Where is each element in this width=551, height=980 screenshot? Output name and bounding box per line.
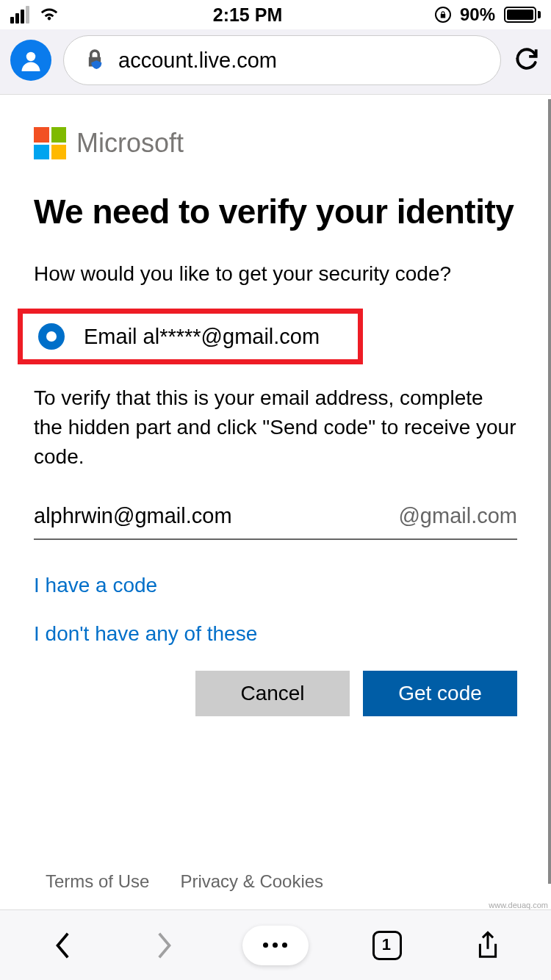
svg-point-0 — [26, 52, 36, 62]
instruction-text: To verify that this is your email addres… — [34, 383, 517, 471]
tabs-count: 1 — [382, 935, 391, 954]
url-text: account.live.com — [118, 48, 277, 73]
page-content: Microsoft We need to verify your identit… — [0, 95, 551, 909]
status-time: 2:15 PM — [213, 4, 282, 26]
microsoft-logo-icon — [34, 127, 66, 159]
email-input[interactable]: alphrwin@gmail.com @gmail.com — [34, 504, 517, 540]
site-security-icon — [84, 48, 105, 72]
menu-button[interactable] — [242, 926, 309, 965]
get-code-button[interactable]: Get code — [363, 671, 517, 716]
cellular-signal-icon — [10, 6, 29, 24]
forward-button[interactable] — [142, 923, 186, 968]
scroll-indicator — [548, 99, 551, 884]
terms-link[interactable]: Terms of Use — [46, 871, 149, 892]
no-options-link[interactable]: I don't have any of these — [34, 622, 517, 646]
microsoft-logo-text: Microsoft — [76, 128, 184, 159]
have-code-link[interactable]: I have a code — [34, 574, 517, 597]
page-heading: We need to verify your identity — [34, 192, 517, 231]
battery-percent: 90% — [460, 4, 495, 25]
status-bar: 2:15 PM 90% — [0, 0, 551, 29]
orientation-lock-icon — [435, 7, 451, 23]
tabs-button[interactable]: 1 — [365, 923, 409, 968]
email-input-suffix: @gmail.com — [398, 504, 517, 528]
page-subheading: How would you like to get your security … — [34, 259, 517, 288]
wifi-icon — [38, 4, 60, 25]
cancel-button[interactable]: Cancel — [195, 671, 350, 716]
verify-option-email[interactable]: Email al*****@gmail.com — [34, 310, 517, 363]
profile-avatar-button[interactable] — [10, 40, 51, 81]
footer-links: Terms of Use Privacy & Cookies — [46, 871, 323, 892]
battery-icon — [504, 7, 541, 23]
reload-button[interactable] — [513, 45, 541, 76]
privacy-link[interactable]: Privacy & Cookies — [180, 871, 323, 892]
dots-icon — [263, 943, 268, 948]
share-button[interactable] — [466, 923, 510, 968]
browser-bottom-toolbar: 1 — [0, 909, 551, 980]
verify-option-email-label: Email al*****@gmail.com — [84, 325, 320, 349]
microsoft-logo: Microsoft — [34, 127, 517, 159]
address-bar[interactable]: account.live.com — [63, 35, 501, 85]
back-button[interactable] — [41, 923, 85, 968]
email-input-value: alphrwin@gmail.com — [34, 504, 232, 528]
radio-selected-icon[interactable] — [38, 323, 65, 350]
watermark: www.deuaq.com — [489, 901, 548, 909]
browser-top-bar: account.live.com — [0, 29, 551, 95]
